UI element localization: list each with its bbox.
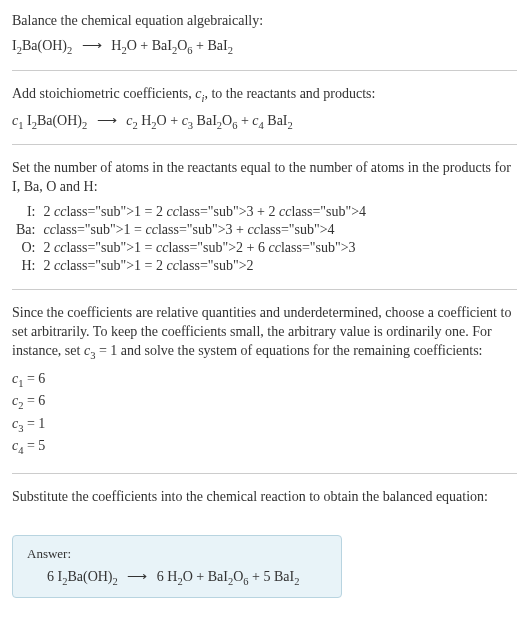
atom-equation-row: Ba:cclass="sub">1 = cclass="sub">3 + ccl… — [12, 221, 370, 239]
element-equation: cclass="sub">1 = cclass="sub">3 + cclass… — [39, 221, 370, 239]
element-equation: 2 cclass="sub">1 = 2 cclass="sub">2 — [39, 257, 370, 275]
balanced-equation: 6 I2Ba(OH)2 ⟶ 6 H2O + BaI2O6 + 5 BaI2 — [27, 568, 327, 587]
sp-BaI2O6: BaI2O6 — [152, 38, 193, 53]
solve-intro: Since the coefficients are relative quan… — [12, 304, 517, 363]
sp-BaI2: BaI2 — [267, 113, 292, 128]
sp-H2O: H2O — [141, 113, 167, 128]
element-equation: 2 cclass="sub">1 = cclass="sub">2 + 6 cc… — [39, 239, 370, 257]
sp-H2O: H2O — [167, 569, 193, 584]
element-label: H: — [12, 257, 39, 275]
coef-c2: c2 = 6 — [12, 391, 517, 413]
equation-unbalanced: I2Ba(OH)2 ⟶ H2O + BaI2O6 + BaI2 — [12, 37, 517, 56]
section-atom-equations: Set the number of atoms in the reactants… — [12, 159, 517, 290]
element-label: Ba: — [12, 221, 39, 239]
coef-intro-text: Add stoichiometric coefficients, ci, to … — [12, 85, 517, 106]
sp-BaI2: BaI2 — [274, 569, 299, 584]
arrow-icon: ⟶ — [76, 38, 108, 53]
coef-c4: c4 = 5 — [12, 436, 517, 458]
arrow-icon: ⟶ — [121, 569, 153, 584]
equation-with-coefficients: c1 I2Ba(OH)2 ⟶ c2 H2O + c3 BaI2O6 + c4 B… — [12, 112, 517, 131]
coef-c1: c1 = 6 — [12, 369, 517, 391]
section-solve-coefficients: Since the coefficients are relative quan… — [12, 304, 517, 474]
element-equation: 2 cclass="sub">1 = 2 cclass="sub">3 + 2 … — [39, 203, 370, 221]
answer-box: Answer: 6 I2Ba(OH)2 ⟶ 6 H2O + BaI2O6 + 5… — [12, 535, 342, 598]
atom-equation-row: H:2 cclass="sub">1 = 2 cclass="sub">2 — [12, 257, 370, 275]
atom-equation-row: I:2 cclass="sub">1 = 2 cclass="sub">3 + … — [12, 203, 370, 221]
answer-label: Answer: — [27, 546, 327, 562]
sp-BaI2O6: BaI2O6 — [197, 113, 238, 128]
sp-I2BaOH2: I2Ba(OH)2 — [27, 113, 87, 128]
element-label: O: — [12, 239, 39, 257]
arrow-icon: ⟶ — [91, 113, 123, 128]
sp-H2O: H2O — [111, 38, 137, 53]
atom-equation-row: O:2 cclass="sub">1 = cclass="sub">2 + 6 … — [12, 239, 370, 257]
coefficient-solutions: c1 = 6 c2 = 6 c3 = 1 c4 = 5 — [12, 369, 517, 459]
sp-I2BaOH2: I2Ba(OH)2 — [58, 569, 118, 584]
substitute-intro: Substitute the coefficients into the che… — [12, 488, 517, 507]
coef-c3: c3 = 1 — [12, 414, 517, 436]
sp-I2BaOH2: I2Ba(OH)2 — [12, 38, 72, 53]
sp-BaI2: BaI2 — [207, 38, 232, 53]
section-add-coefficients: Add stoichiometric coefficients, ci, to … — [12, 85, 517, 146]
section-balance-intro: Balance the chemical equation algebraica… — [12, 12, 517, 71]
atom-equations-table: I:2 cclass="sub">1 = 2 cclass="sub">3 + … — [12, 203, 370, 275]
balance-intro-text: Balance the chemical equation algebraica… — [12, 12, 517, 31]
element-label: I: — [12, 203, 39, 221]
sp-BaI2O6: BaI2O6 — [208, 569, 249, 584]
atom-eq-intro: Set the number of atoms in the reactants… — [12, 159, 517, 197]
section-substitute: Substitute the coefficients into the che… — [12, 488, 517, 527]
